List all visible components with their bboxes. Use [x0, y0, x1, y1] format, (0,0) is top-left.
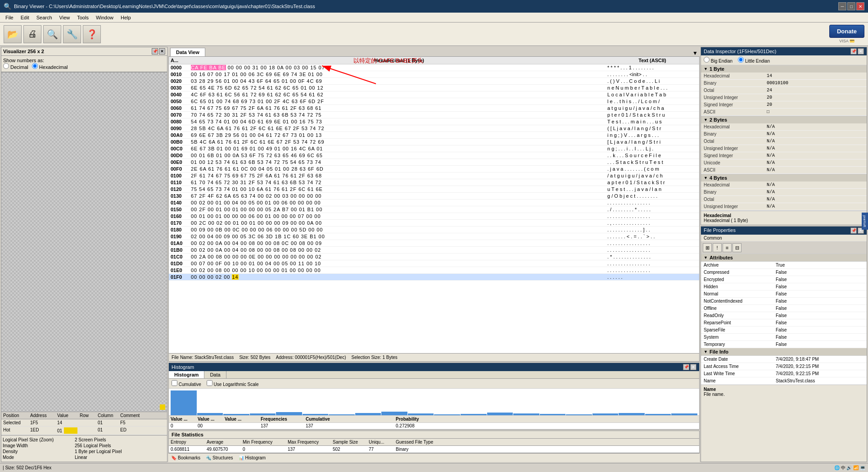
hex-row-0180[interactable]: 0180 00 09 00 0B 00 0C 00 00 00 06 00 00… — [169, 227, 699, 233]
readonly-value: False — [776, 313, 864, 318]
props-tool-1[interactable]: ⊞ — [703, 243, 712, 252]
hex-view[interactable]: 以特定的 CAFE BABE开头 A... Hexadecimal (1 Byt… — [168, 56, 700, 354]
hex-view-wrapper: 以特定的 CAFE BABE开头 A... Hexadecimal (1 Byt… — [168, 56, 700, 354]
hex-row-00E0[interactable]: 00E0 01 00 12 53 74 61 63 6B 53 74 72 75… — [169, 159, 699, 166]
hex-row-01F0[interactable]: 01F0 00 00 00 02 00 14 . . . . . . — [169, 274, 699, 281]
menu-file[interactable]: File — [2, 14, 17, 21]
little-endian-radio[interactable] — [738, 57, 744, 63]
props-toolbar: ⊞ ! ≡ ⊟ — [701, 242, 867, 254]
hex-row-0080[interactable]: 0080 54 65 73 74 01 00 04 6D 61 69 6E 01… — [169, 118, 699, 125]
close-button[interactable]: ✕ — [856, 2, 864, 10]
2b-unicode-label: Unicode — [704, 160, 767, 165]
hexadecimal-radio[interactable] — [32, 63, 38, 69]
histogram-pin-button[interactable]: 📌 — [683, 364, 689, 370]
histogram-close-button[interactable]: ✕ — [690, 364, 696, 370]
little-endian-label[interactable]: Little Endian — [738, 57, 770, 64]
menu-search[interactable]: Search — [33, 14, 56, 21]
menu-help[interactable]: Help — [117, 14, 135, 21]
hist-bar — [487, 413, 513, 415]
settings-button[interactable]: 🔧 — [63, 25, 81, 43]
props-tool-4[interactable]: ⊟ — [732, 243, 741, 252]
hex-row-0090[interactable]: 0090 28 5B 4C 6A 61 76 61 2F 6C 61 6E 67… — [169, 125, 699, 132]
two-byte-header[interactable]: ▼ 2 Bytes — [701, 116, 867, 123]
hex-row-00F0[interactable]: 00F0 2E 6A 61 76 61 61 0C 00 04 05 01 00… — [169, 166, 699, 172]
cumulative-label[interactable]: Cumulative — [172, 380, 201, 387]
hex-row-01D0[interactable]: 01D0 00 07 00 0F 00 10 00 01 00 04 00 05… — [169, 260, 699, 267]
hex-row-0060[interactable]: 0060 61 74 67 75 69 67 75 2F 6A 61 76 61… — [169, 105, 699, 112]
hex-row-0020[interactable]: 0020 03 28 29 56 01 00 04 43 6F 64 65 01… — [169, 78, 699, 85]
histogram-tab[interactable]: Histogram — [169, 371, 204, 378]
props-tool-2[interactable]: ! — [713, 243, 722, 252]
tab-dropdown-arrow[interactable]: ▼ — [692, 50, 698, 56]
data-tab[interactable]: Data — [204, 371, 226, 378]
hex-row-0070[interactable]: 0070 70 74 65 72 30 31 2F 53 74 61 63 6B… — [169, 112, 699, 118]
hex-row-0040[interactable]: 0040 4C 6F 63 61 6C 56 61 72 69 61 62 6C… — [169, 91, 699, 98]
big-endian-radio[interactable] — [704, 57, 710, 63]
hex-row-0050[interactable]: 0050 6C 65 01 00 74 68 69 73 01 00 2F 4C… — [169, 98, 699, 105]
hex-row-0170[interactable]: 0170 00 2C 00 02 00 01 00 01 00 00 00 09… — [169, 220, 699, 227]
data-view-tab[interactable]: Data View — [170, 48, 205, 56]
proxoft-tab[interactable]: prøXoft — [862, 213, 868, 230]
hex-row-0010[interactable]: 0010 00 16 07 00 17 01 00 06 3C 69 6E 69… — [169, 71, 699, 78]
decimal-radio[interactable] — [3, 63, 9, 69]
maximize-button[interactable]: □ — [847, 2, 855, 10]
hex-row-01A0[interactable]: 01A0 00 02 00 0A 00 04 00 08 00 00 08 0C… — [169, 240, 699, 247]
hex-row-0030[interactable]: 0030 6E 65 4E 75 6D 62 65 72 54 61 62 6C… — [169, 85, 699, 91]
hex-row-0130[interactable]: 0130 67 2F 4F 62 6A 65 63 74 00 02 00 03… — [169, 193, 699, 200]
inspector-pin-button[interactable]: 📌 — [850, 48, 857, 54]
help-button[interactable]: ❓ — [83, 25, 101, 43]
fileinfo-header[interactable]: ▼ File Info — [701, 348, 867, 356]
print-button[interactable]: 🖨 — [23, 25, 41, 43]
hex-row-0190[interactable]: 0190 02 00 04 00 09 00 05 3C 06 3D 1B 1C… — [169, 233, 699, 240]
hex-row-00A0[interactable]: 00A0 69 6E 67 3B 29 56 01 00 04 61 72 67… — [169, 132, 699, 139]
menu-view[interactable]: View — [56, 14, 74, 21]
structures-button[interactable]: 🔩 Structures — [206, 455, 233, 460]
menu-window[interactable]: Window — [92, 14, 117, 21]
hex-row-0110[interactable]: 0110 61 70 74 65 72 30 31 2F 53 74 61 63… — [169, 179, 699, 186]
pos-header-position: Position — [2, 413, 29, 418]
hex-row-0120[interactable]: 0120 75 54 65 73 74 01 00 10 6A 61 76 61… — [169, 186, 699, 193]
hex-row-01E0[interactable]: 01E0 00 02 00 08 00 00 00 10 00 00 00 01… — [169, 267, 699, 274]
donate-button[interactable]: Donate — [829, 25, 864, 38]
hex-row-0160[interactable]: 0160 00 01 00 01 00 00 00 06 00 01 00 00… — [169, 213, 699, 220]
hex-info: Hexadecimal Hexadecimal ( 1 Byte) — [701, 211, 867, 225]
hex-row-00B0[interactable]: 00B0 5B 4C 6A 61 76 61 2F 6C 61 6E 67 2F… — [169, 139, 699, 145]
hex-row-01C0[interactable]: 01C0 00 2A 00 08 00 00 00 0E 00 00 00 00… — [169, 254, 699, 260]
system-value: False — [776, 335, 864, 340]
stats-entropy-value: 0.608811 — [171, 447, 207, 452]
hex-row-00D0[interactable]: 00D0 00 01 6B 01 00 0A 53 6F 75 72 63 65… — [169, 152, 699, 159]
big-endian-label[interactable]: Big Endian — [704, 57, 732, 64]
hex-row-0100[interactable]: 0100 2F 61 74 67 75 69 67 75 2F 6A 61 76… — [169, 172, 699, 179]
histogram-bottom-button[interactable]: 📊 Histogram — [239, 455, 266, 460]
inspector-title: Data Inspector (1F5Hex/501Dec) — [704, 49, 776, 54]
log-scale-label[interactable]: Use Logarithmic Scale — [207, 380, 259, 387]
donate-area: Donate VISA 💳 — [829, 25, 864, 43]
props-pin-button[interactable]: 📌 — [850, 227, 857, 234]
cumulative-checkbox[interactable] — [172, 380, 177, 386]
menu-edit[interactable]: Edit — [17, 14, 33, 21]
hex-row-0140[interactable]: 0140 00 02 00 01 00 04 00 05 00 01 00 06… — [169, 200, 699, 206]
props-tool-3[interactable]: ≡ — [723, 243, 732, 252]
open-button[interactable]: 📂 — [4, 25, 22, 43]
menu-tools[interactable]: Tools — [73, 14, 92, 21]
hex-row-0000[interactable]: 0000 CA FE BA BE 00 00 00 31 00 18 0A 00… — [169, 64, 699, 71]
search-button[interactable]: 🔍 — [43, 25, 61, 43]
one-byte-header[interactable]: ▼ 1 Byte — [701, 65, 867, 73]
inspector-close-button[interactable]: ✕ — [858, 48, 864, 54]
hex-row-00C0[interactable]: 00C0 6E 67 3B 01 00 01 69 01 00 49 01 00… — [169, 145, 699, 152]
attributes-header[interactable]: ▼ Attributes — [701, 254, 867, 262]
fileinfo-arrow: ▼ — [704, 349, 708, 354]
4b-oct-value: N/A — [767, 197, 864, 202]
four-byte-header[interactable]: ▼ 4 Bytes — [701, 174, 867, 182]
log-scale-checkbox[interactable] — [207, 380, 212, 386]
hex-row-01B0[interactable]: 01B0 00 02 00 0A 00 04 00 08 00 00 08 00… — [169, 247, 699, 254]
minimize-button[interactable]: ─ — [838, 2, 846, 10]
2b-unicode-value: N/A — [767, 160, 864, 165]
hex-row-0150[interactable]: 0150 00 2F 00 01 00 01 00 00 00 05 2A B7… — [169, 206, 699, 213]
hex-radio-label[interactable]: Hexadecimal — [32, 63, 68, 70]
selected-byte: 14 — [232, 274, 238, 280]
bookmarks-button[interactable]: 🔖 Bookmarks — [171, 455, 200, 460]
visualizer-close-button[interactable]: ✕ — [159, 48, 165, 54]
pin-button[interactable]: 📌 — [152, 48, 158, 54]
decimal-radio-label[interactable]: Decimal — [3, 63, 28, 70]
